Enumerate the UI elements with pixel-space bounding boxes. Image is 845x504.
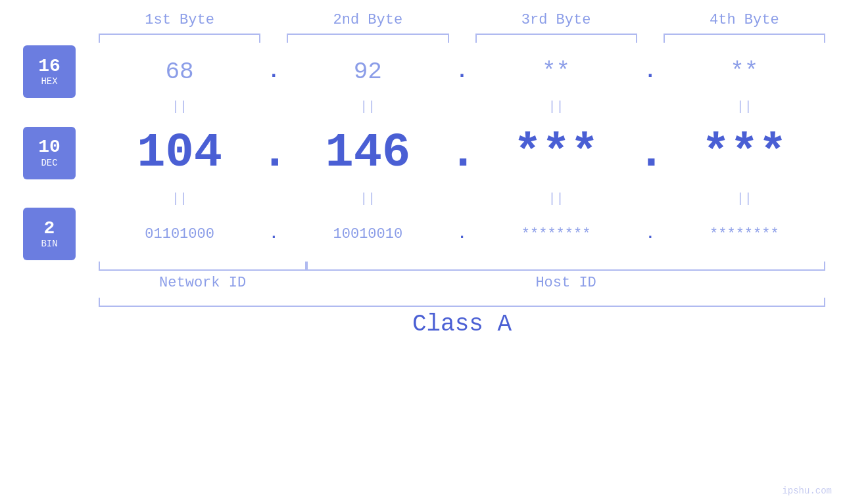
dot-dec-1: .	[260, 126, 287, 180]
hex-badge: 16 HEX	[23, 45, 76, 98]
class-label: Class A	[99, 311, 845, 338]
bin-val-2: 10010010	[287, 226, 448, 242]
network-id-label: Network ID	[99, 275, 306, 291]
byte-bracket-4	[664, 34, 825, 43]
byte-header-2: 2nd Byte	[287, 12, 448, 34]
bin-val-4: ********	[664, 226, 825, 242]
dec-val-4: ***	[664, 126, 825, 180]
byte-bracket-1	[99, 34, 260, 43]
byte-bracket-2	[287, 34, 448, 43]
eq-1-dec: ||	[99, 191, 260, 206]
dot-dec-3: .	[637, 126, 664, 180]
bin-val-3: ********	[475, 226, 637, 242]
hex-val-1: 68	[99, 58, 260, 85]
hex-val-2: 92	[287, 58, 448, 85]
page-container: 1st Byte 2nd Byte 3rd Byte 4th Byte 16 H…	[0, 0, 845, 504]
dot-dec-2: .	[449, 126, 475, 180]
watermark: ipshu.com	[782, 486, 832, 496]
dot-hex-1: .	[260, 60, 287, 83]
dot-bin-2: .	[449, 226, 475, 242]
byte-bracket-3	[475, 34, 637, 43]
bin-val-1: 01101000	[99, 226, 260, 242]
eq-3-hex: ||	[475, 99, 637, 114]
byte-header-4: 4th Byte	[664, 12, 825, 34]
eq-2-hex: ||	[287, 99, 448, 114]
dec-val-3: ***	[475, 126, 637, 180]
eq-4-hex: ||	[664, 99, 825, 114]
dot-bin-3: .	[637, 226, 664, 242]
dec-val-1: 104	[99, 126, 260, 180]
dec-val-2: 146	[287, 126, 448, 180]
dot-hex-2: .	[449, 60, 475, 83]
dec-badge: 10 DEC	[23, 127, 76, 179]
eq-3-dec: ||	[475, 191, 637, 206]
network-id-bracket	[99, 262, 306, 271]
eq-2-dec: ||	[287, 191, 448, 206]
eq-1-hex: ||	[99, 99, 260, 114]
byte-header-3: 3rd Byte	[475, 12, 637, 34]
host-id-bracket	[306, 262, 825, 271]
eq-4-dec: ||	[664, 191, 825, 206]
dot-hex-3: .	[637, 60, 664, 83]
host-id-label: Host ID	[306, 275, 825, 291]
dot-bin-1: .	[260, 226, 287, 242]
bin-badge: 2 BIN	[23, 208, 76, 260]
hex-val-4: **	[664, 58, 825, 85]
byte-header-1: 1st Byte	[99, 12, 260, 34]
hex-val-3: **	[475, 58, 637, 85]
class-bracket	[99, 298, 825, 307]
